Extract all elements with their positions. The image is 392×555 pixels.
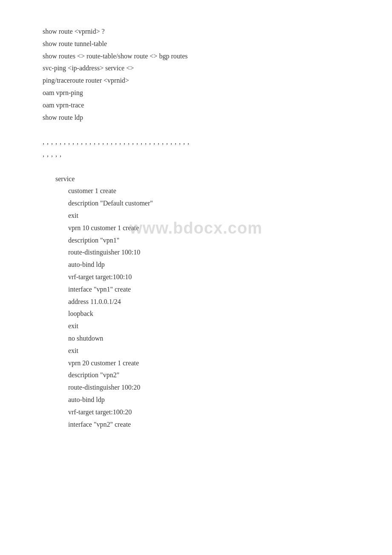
line-vprn-10: vprn 10 customer 1 create — [68, 222, 358, 234]
line-oam-vprn-trace: oam vprn-trace — [43, 99, 358, 112]
line-auto-bind-1: auto-bind ldp — [68, 259, 358, 271]
line-route-distinguisher-1: route-distinguisher 100:10 — [68, 246, 358, 259]
line-auto-bind-2: auto-bind ldp — [68, 394, 358, 406]
line-loopback: loopback — [68, 308, 358, 320]
line-commas-2: , , , , , — [43, 148, 358, 161]
line-description-default: description "Default customer" — [68, 197, 358, 210]
line-vrf-target-2: vrf-target target:100:20 — [68, 406, 358, 419]
page-content: www.bdocx.com show route <vprnid> ? show… — [0, 0, 392, 456]
line-interface-vpn2: interface "vpn2" create — [68, 419, 358, 431]
line-show-route-ldp: show route ldp — [43, 112, 358, 124]
line-route-distinguisher-2: route-distinguisher 100:20 — [68, 382, 358, 394]
line-svc-ping: svc-ping <ip-address> service <> — [43, 62, 358, 75]
line-oam-vprn-ping: oam vprn-ping — [43, 87, 358, 99]
line-vprn-20: vprn 20 customer 1 create — [68, 357, 358, 370]
line-customer-create: customer 1 create — [68, 185, 358, 197]
line-show-route-vprnid: show route <vprnid> ? — [43, 26, 358, 38]
line-service: service — [55, 173, 358, 185]
line-description-vpn2: description "vpn2" — [68, 369, 358, 382]
line-description-vpn1: description "vpn1" — [68, 234, 358, 247]
line-interface-vpn1: interface "vpn1" create — [68, 283, 358, 296]
line-show-routes-table: show routes <> route-table/show route <>… — [43, 50, 358, 63]
line-commas-1: , , , , , , , , , , , , , , , , , , , , … — [43, 136, 358, 148]
text-block: show route <vprnid> ? show route tunnel-… — [43, 26, 358, 431]
line-exit-1: exit — [68, 210, 358, 222]
line-exit-2: exit — [68, 320, 358, 332]
line-vrf-target-1: vrf-target target:100:10 — [68, 271, 358, 283]
line-address-1: address 11.0.0.1/24 — [68, 296, 358, 308]
line-exit-3: exit — [68, 345, 358, 357]
line-no-shutdown: no shutdown — [68, 332, 358, 345]
line-show-route-tunnel: show route tunnel-table — [43, 38, 358, 50]
line-ping-traceroute: ping/traceroute router <vprnid> — [43, 75, 358, 87]
